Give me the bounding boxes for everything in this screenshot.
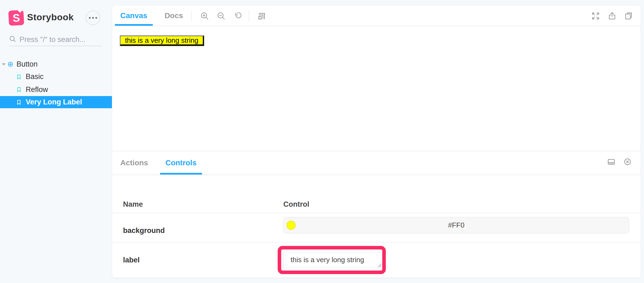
addon-panel-tabbar: Actions Controls [112,151,641,175]
story-preview-button[interactable]: this is a very long string [120,35,204,46]
label-text-control[interactable]: this is a very long string [283,252,382,268]
toolbar-divider [191,10,192,22]
sidebar-item-label: Reflow [26,85,48,94]
storybook-logo-letter: S [12,12,20,24]
color-control-background[interactable]: #FF0 [283,217,629,233]
search-underline [9,46,102,46]
canvas-panel: Canvas Docs [112,5,641,278]
sidebar-item-basic[interactable]: Basic [0,70,112,83]
grow-icon[interactable] [256,11,267,21]
bookmark-icon [17,100,21,105]
sidebar-item-very-long-label[interactable]: Very Long Label [0,96,112,108]
resize-handle-icon[interactable] [377,263,382,268]
ellipsis-dot [89,17,91,19]
sidebar-item-label: Basic [26,73,44,81]
sidebar-menu-button[interactable] [86,11,100,25]
fullscreen-icon[interactable] [590,11,601,21]
control-row-name: label [123,256,140,264]
tab-controls[interactable]: Controls [160,151,202,175]
storybook-logo[interactable]: S [8,10,24,26]
zoom-out-icon[interactable] [216,11,227,21]
sidebar-item-label: Very Long Label [26,98,82,106]
color-value: #FF0 [448,221,464,229]
close-icon[interactable] [622,156,633,167]
zoom-reset-icon[interactable] [232,11,243,21]
color-swatch [287,221,296,230]
sidebar-item-label: Button [16,60,38,68]
table-divider [112,242,641,243]
search-icon [9,35,16,43]
bookmark-icon [17,87,21,92]
bookmark-icon [17,74,21,80]
share-icon[interactable] [607,11,618,21]
tab-docs[interactable]: Docs [159,5,188,26]
search-input[interactable] [19,35,98,44]
table-divider [112,213,641,213]
ellipsis-dot [92,17,94,19]
column-header-control: Control [283,200,309,208]
zoom-in-icon[interactable] [199,11,210,21]
app-title[interactable]: Storybook [27,12,74,22]
toolbar-divider [249,10,249,22]
column-header-name: Name [123,200,143,208]
panel-position-icon[interactable] [606,156,617,167]
control-row-name: background [123,227,165,234]
component-icon [8,62,13,67]
tab-canvas[interactable]: Canvas [115,5,153,26]
sidebar-item-button[interactable]: Button [0,58,112,70]
chevron-down-icon[interactable] [2,63,6,65]
sidebar-item-reflow[interactable]: Reflow [0,83,112,96]
tab-actions[interactable]: Actions [115,151,154,175]
ellipsis-dot [95,17,97,19]
copy-icon[interactable] [623,11,634,21]
